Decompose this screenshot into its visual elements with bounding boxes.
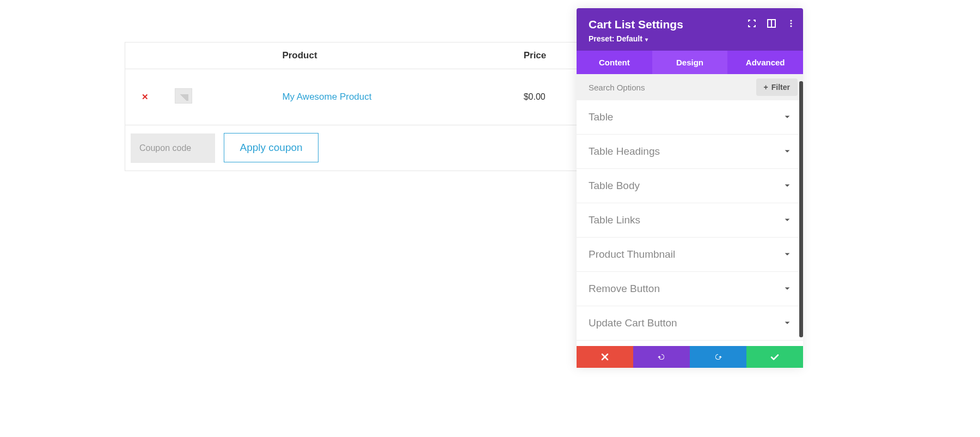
header-icons [748,19,795,28]
undo-button[interactable] [633,346,690,368]
section-label: Table Body [589,180,640,192]
section-update-cart-button[interactable]: Update Cart Button [577,306,803,341]
chevron-down-icon [783,319,791,327]
tab-design[interactable]: Design [652,51,728,74]
filter-button[interactable]: + Filter [756,78,798,96]
section-remove-button[interactable]: Remove Button [577,272,803,306]
redo-button[interactable] [690,346,746,368]
scrollbar[interactable] [799,81,803,337]
col-remove-header [125,43,166,69]
chevron-down-icon [783,251,791,258]
svg-point-3 [790,22,792,24]
apply-coupon-button[interactable]: Apply coupon [224,133,318,162]
section-table-body[interactable]: Table Body [577,169,803,203]
panel-layout-icon[interactable] [767,19,776,28]
section-table-links[interactable]: Table Links [577,203,803,238]
section-label: Table [589,111,613,123]
section-product-thumbnail[interactable]: Product Thumbnail [577,238,803,272]
plus-icon: + [764,83,768,92]
section-label: Update Cart Button [589,317,677,329]
svg-point-2 [790,20,792,21]
product-price: $0.00 [524,92,546,101]
panel-footer [577,346,803,368]
search-options-input[interactable] [589,83,756,92]
cancel-button[interactable] [577,346,633,368]
chevron-down-icon [783,182,791,190]
preset-selector[interactable]: Preset: Default ▾ [589,34,791,43]
product-link[interactable]: My Awesome Product [282,92,371,102]
panel-header: Cart List Settings Preset: Default ▾ [577,8,803,51]
preset-label: Preset: Default [589,34,642,43]
section-table-headings[interactable]: Table Headings [577,135,803,169]
section-label: Remove Button [589,283,660,295]
panel-body: + Filter Table Table Headings Table Body… [577,74,803,346]
coupon-code-input[interactable] [131,133,215,163]
save-button[interactable] [746,346,803,368]
chevron-down-icon [783,216,791,224]
section-label: Product Thumbnail [589,248,675,260]
chevron-down-icon [783,285,791,293]
expand-icon[interactable] [748,19,756,28]
tab-advanced[interactable]: Advanced [727,51,803,74]
more-menu-icon[interactable] [787,19,795,28]
section-label: Table Headings [589,145,660,157]
product-thumbnail-placeholder [175,88,192,104]
search-row: + Filter [577,74,803,100]
col-thumb-header [165,43,272,69]
filter-label: Filter [771,83,790,92]
settings-panel: Cart List Settings Preset: Default ▾ Con… [577,8,803,368]
caret-down-icon: ▾ [644,37,648,43]
section-label: Table Links [589,214,640,226]
panel-tabs: Content Design Advanced [577,51,803,74]
chevron-down-icon [783,113,791,121]
col-product-header: Product [272,43,513,69]
chevron-down-icon [783,148,791,155]
tab-content[interactable]: Content [577,51,652,74]
svg-point-4 [790,25,792,27]
section-table[interactable]: Table [577,100,803,135]
remove-item-button[interactable]: ✕ [142,92,149,102]
